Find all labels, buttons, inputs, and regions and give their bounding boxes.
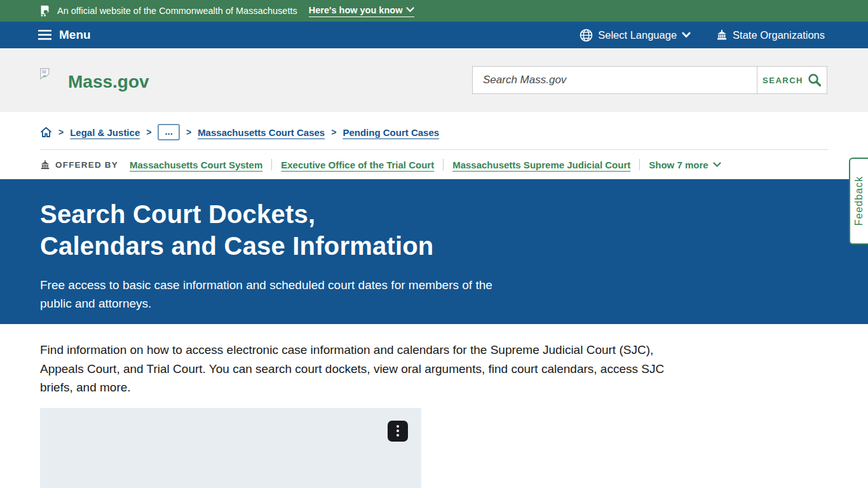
breadcrumb-separator: > — [58, 127, 64, 137]
official-banner-text: An official website of the Commonwealth … — [57, 6, 297, 16]
main-content: Find information on how to access electr… — [0, 324, 868, 488]
feedback-tab[interactable]: Feedback — [849, 158, 868, 245]
breadcrumb-separator: > — [331, 127, 336, 137]
search-button-label: SEARCH — [763, 76, 803, 85]
breadcrumb-separator: > — [186, 127, 191, 137]
massgov-logo[interactable]: Mass.gov — [40, 68, 149, 92]
offered-by-label-group: OFFERED BY — [40, 159, 118, 170]
nav-utility-links: Select Language State Organizations — [580, 29, 825, 42]
search-icon — [808, 73, 822, 87]
breadcrumb-link-court-cases[interactable]: Massachusetts Court Cases — [198, 127, 325, 138]
offered-by-link-supreme-judicial-court[interactable]: Massachusetts Supreme Judicial Court — [444, 159, 639, 170]
offered-by-label: OFFERED BY — [55, 160, 118, 170]
home-icon[interactable] — [40, 126, 52, 138]
hamburger-menu-icon — [38, 30, 51, 40]
main-navigation-bar: Menu Select Language — [0, 22, 868, 48]
select-language-button[interactable]: Select Language — [580, 29, 691, 42]
massgov-logo-text: Mass.gov — [68, 72, 149, 92]
breadcrumb: > Legal & Justice > ... > Massachusetts … — [0, 112, 868, 149]
page-title-line2: Calendars and Case Information — [40, 232, 433, 260]
menu-label: Menu — [59, 28, 91, 42]
offered-by-link-trial-court[interactable]: Executive Office of the Trial Court — [272, 159, 443, 170]
kebab-dot — [397, 425, 399, 428]
broken-image-icon — [40, 68, 53, 80]
menu-button[interactable]: Menu — [38, 28, 91, 42]
show-more-button[interactable]: Show 7 more — [640, 159, 721, 170]
page-context-section: > Legal & Justice > ... > Massachusetts … — [0, 112, 868, 179]
state-organizations-link[interactable]: State Organizations — [716, 29, 825, 41]
show-more-label: Show 7 more — [649, 159, 708, 170]
intro-paragraph: Find information on how to access electr… — [40, 341, 669, 397]
breadcrumb-link-pending-court-cases[interactable]: Pending Court Cases — [342, 127, 439, 138]
offered-by-link-court-system[interactable]: Massachusetts Court System — [130, 159, 271, 170]
kebab-menu-button[interactable] — [388, 421, 408, 442]
breadcrumb-separator: > — [146, 127, 151, 137]
offered-by-row: OFFERED BY Massachusetts Court System Ex… — [0, 150, 868, 179]
breadcrumb-link-legal-justice[interactable]: Legal & Justice — [70, 127, 140, 138]
official-banner: An official website of the Commonwealth … — [0, 0, 868, 22]
capitol-building-icon — [40, 159, 50, 170]
heres-how-you-know-button[interactable]: Here's how you know — [309, 5, 415, 17]
massachusetts-flag-icon — [38, 4, 52, 18]
table-of-contents-box — [40, 408, 421, 488]
chevron-down-icon — [682, 32, 691, 38]
chevron-down-icon — [713, 162, 721, 168]
chevron-down-icon — [406, 7, 414, 13]
globe-icon — [580, 29, 593, 42]
kebab-dot — [397, 430, 399, 432]
feedback-tab-label: Feedback — [853, 176, 865, 226]
page-title: Search Court Dockets, Calendars and Case… — [40, 198, 828, 262]
page-hero: Search Court Dockets, Calendars and Case… — [0, 179, 868, 324]
kebab-dot — [397, 434, 399, 437]
page-title-line1: Search Court Dockets, — [40, 200, 315, 228]
site-search: SEARCH — [472, 66, 827, 94]
breadcrumb-ellipsis-button[interactable]: ... — [158, 124, 180, 140]
capitol-building-icon — [716, 29, 728, 41]
state-organizations-label: State Organizations — [733, 29, 825, 41]
heres-how-you-know-label: Here's how you know — [309, 5, 403, 15]
select-language-label: Select Language — [598, 29, 677, 41]
search-input[interactable] — [473, 67, 757, 93]
page-subtitle: Free access to basic case information an… — [40, 276, 523, 313]
site-header: Mass.gov SEARCH — [0, 48, 868, 112]
search-button[interactable]: SEARCH — [757, 67, 827, 93]
